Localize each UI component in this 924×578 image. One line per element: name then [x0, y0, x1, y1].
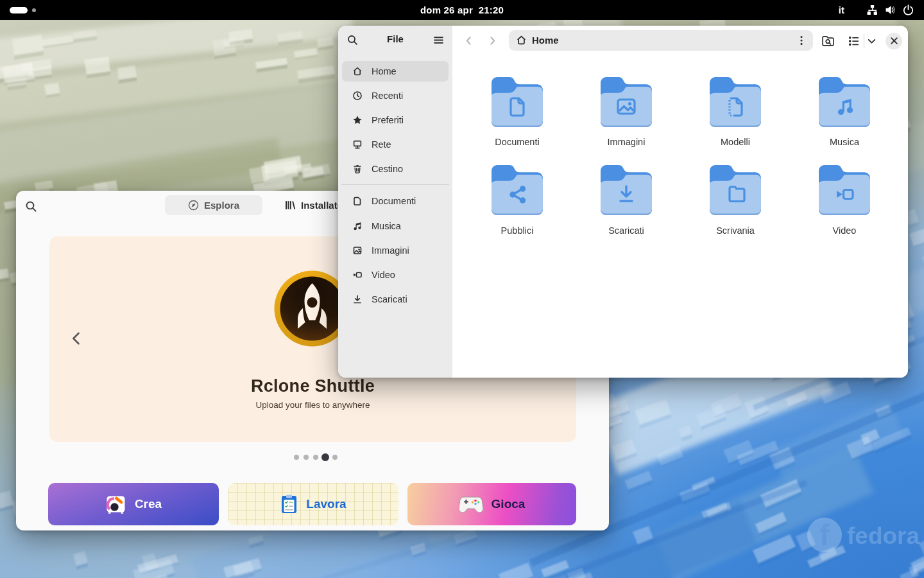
svg-text:f: f: [819, 518, 830, 552]
svg-text:fedora: fedora: [847, 523, 920, 549]
